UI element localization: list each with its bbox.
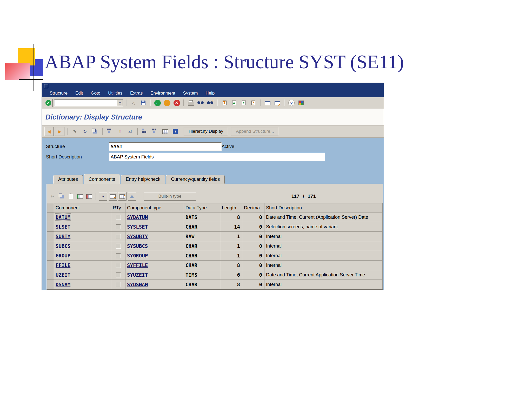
standard-toolbar: ✔ ▤ ◁ ← ↑ ✕ + ?	[42, 97, 384, 109]
help-icon[interactable]: ?	[287, 99, 296, 107]
create-shortcut-icon[interactable]	[273, 99, 281, 107]
exit-icon[interactable]: ↑	[163, 99, 171, 107]
menu-environment[interactable]: Environment	[150, 91, 175, 96]
component-type-link[interactable]: SYDATUM	[127, 214, 148, 220]
menu-extras[interactable]: Extras	[130, 91, 143, 96]
previous-page-icon[interactable]	[230, 99, 238, 107]
component-type-link[interactable]: SYSUBCS	[127, 243, 148, 249]
component-link[interactable]: SUBTY	[56, 234, 70, 239]
menu-utilities[interactable]: Utilities	[108, 91, 122, 96]
last-page-icon[interactable]	[249, 99, 257, 107]
component-link[interactable]: SLSET	[56, 224, 70, 230]
rtype-checkbox[interactable]	[116, 215, 121, 220]
customize-layout-icon[interactable]	[297, 99, 305, 107]
column-header-component-type[interactable]: Component type	[125, 203, 184, 212]
rtype-checkbox[interactable]	[116, 253, 121, 258]
forward-arrow-button[interactable]: ▶	[55, 127, 64, 136]
row-selector[interactable]	[47, 222, 54, 232]
menu-structure[interactable]: Structure	[50, 91, 68, 96]
delete-row-icon[interactable]	[85, 192, 93, 200]
rtype-checkbox[interactable]	[116, 263, 121, 268]
built-in-type-button[interactable]: Built-in type	[144, 192, 196, 201]
paste-icon[interactable]	[67, 192, 75, 200]
object-list-icon[interactable]	[151, 127, 159, 136]
hierarchy-display-button[interactable]: Hierarchy Display	[184, 127, 228, 136]
column-header-short-description[interactable]: Short Description	[264, 203, 383, 212]
find-next-icon[interactable]: +	[206, 99, 214, 107]
column-header-data-type[interactable]: Data Type	[184, 203, 220, 212]
component-link[interactable]: DATUM	[56, 214, 70, 220]
rtype-checkbox[interactable]	[116, 282, 121, 287]
row-selector[interactable]	[47, 241, 54, 251]
insert-row-icon[interactable]	[76, 192, 84, 200]
display-change-icon[interactable]: ✎	[70, 127, 79, 136]
row-selector[interactable]	[47, 251, 54, 261]
component-link[interactable]: UZEIT	[56, 272, 70, 278]
cancel-icon[interactable]: ✕	[172, 99, 181, 107]
select-all-cell[interactable]	[47, 203, 54, 212]
table-display-icon[interactable]	[161, 127, 170, 136]
where-used-icon[interactable]	[105, 127, 114, 136]
window-menu-icon[interactable]	[44, 84, 48, 88]
table-row: SUBTYSYSUBTYRAW10Internal	[47, 232, 383, 241]
component-type-link[interactable]: SYFFILE	[127, 262, 148, 268]
column-header-component[interactable]: Component	[54, 203, 111, 212]
structure-field[interactable]	[109, 142, 222, 151]
command-input[interactable]	[54, 100, 117, 106]
component-type-link[interactable]: SYDSNAM	[127, 282, 148, 287]
component-type-link[interactable]: SYSLSET	[127, 224, 148, 230]
enter-button[interactable]: ✔	[44, 99, 53, 107]
menu-goto[interactable]: Goto	[91, 91, 100, 96]
short-description-field[interactable]	[109, 153, 325, 161]
cut-icon[interactable]: ✂	[49, 192, 57, 200]
copy-icon[interactable]	[58, 192, 66, 200]
next-page-icon[interactable]	[240, 99, 248, 107]
save-icon[interactable]	[139, 99, 147, 107]
tab-currency-quantity-fields[interactable]: Currency/quantity fields	[166, 175, 225, 184]
row-selector[interactable]	[47, 261, 54, 270]
tab-components[interactable]: Components	[84, 174, 120, 184]
back-icon[interactable]: ←	[153, 99, 162, 107]
component-type-link[interactable]: SYSUBTY	[127, 234, 148, 239]
activate-icon[interactable]: !	[116, 127, 124, 136]
column-header-rty[interactable]: RTy...	[111, 203, 125, 212]
component-type-link[interactable]: SYUZEIT	[127, 272, 148, 278]
menu-help[interactable]: Help	[205, 91, 215, 96]
print-icon[interactable]	[187, 99, 195, 107]
row-selector[interactable]	[47, 232, 54, 241]
component-type-link[interactable]: SYGROUP	[127, 253, 148, 258]
first-page-icon[interactable]	[220, 99, 229, 107]
component-link[interactable]: DSNAM	[56, 282, 70, 287]
row-selector[interactable]	[47, 270, 54, 280]
find-icon[interactable]	[196, 99, 205, 107]
component-link[interactable]: SUBCS	[56, 243, 70, 249]
command-history-icon[interactable]: ▤	[117, 100, 123, 106]
rtype-checkbox[interactable]	[116, 234, 121, 239]
component-link[interactable]: GROUP	[56, 253, 70, 258]
tab-attributes[interactable]: Attributes	[53, 175, 83, 184]
refresh-icon[interactable]: ↻	[81, 127, 89, 136]
row-selector[interactable]	[47, 280, 54, 289]
expand-element-icon[interactable]	[118, 192, 127, 201]
hierarchy-tree-icon[interactable]	[141, 127, 149, 136]
tab-entry-help-check[interactable]: Entry help/check	[121, 175, 165, 184]
row-selector[interactable]	[47, 212, 54, 222]
condense-icon[interactable]: ▼	[99, 192, 107, 201]
insert-element-icon[interactable]	[109, 192, 117, 201]
new-session-icon[interactable]	[263, 99, 272, 107]
item-list-icon[interactable]: ◁	[129, 99, 138, 107]
rtype-checkbox[interactable]	[116, 272, 121, 277]
column-header-decima[interactable]: Decima...	[242, 203, 264, 212]
component-link[interactable]: FFILE	[56, 262, 70, 268]
menu-system[interactable]: System	[183, 91, 198, 96]
rtype-checkbox[interactable]	[116, 244, 121, 249]
column-header-length[interactable]: Length	[220, 203, 242, 212]
copy-object-icon[interactable]	[91, 127, 99, 136]
rtype-checkbox[interactable]	[116, 224, 121, 229]
back-arrow-button[interactable]: ◀	[44, 127, 54, 136]
menu-edit[interactable]: Edit	[75, 91, 83, 96]
sort-icon[interactable]	[128, 192, 136, 201]
navigate-icon[interactable]: ⇄	[126, 127, 135, 136]
info-icon[interactable]: i	[171, 127, 180, 136]
grid-header-row: ComponentRTy...Component typeData TypeLe…	[47, 203, 383, 212]
